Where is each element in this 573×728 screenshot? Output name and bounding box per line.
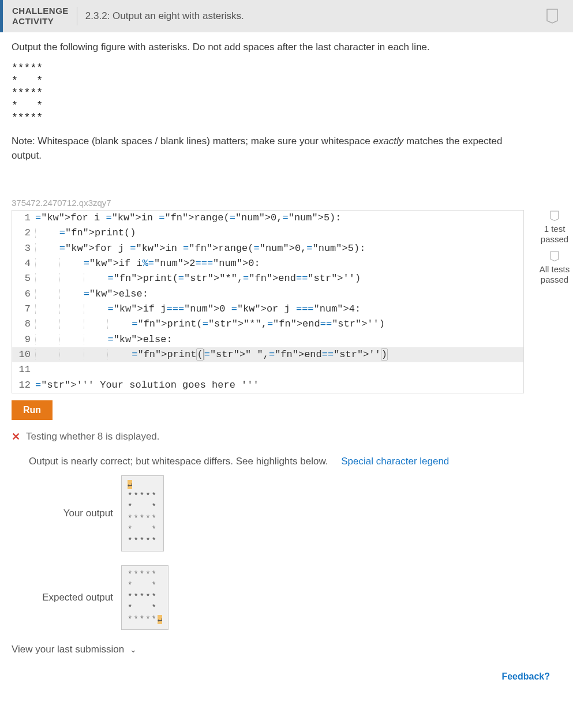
side-badges: 1 test passed All tests passed — [537, 210, 572, 291]
badge-1-test: 1 test passed — [537, 224, 572, 245]
fail-icon: ✕ — [12, 430, 20, 443]
activity-title: 2.3.2: Output an eight with asterisks. — [85, 10, 244, 22]
bookmark-icon[interactable] — [545, 8, 559, 27]
code-content[interactable]: ="str">''' Your solution goes here ''' — [35, 378, 523, 393]
test-result-msg: Testing whether 8 is displayed. — [26, 431, 160, 442]
your-output-label: Your output — [29, 508, 121, 519]
line-number: 11 — [12, 362, 35, 377]
code-editor[interactable]: 1="kw">for i ="kw">in ="fn">range(="num"… — [12, 210, 524, 393]
your-output-row: Your output ↵ ***** * * ***** * * ***** — [29, 475, 531, 551]
code-content[interactable]: ="fn">print(="str">" ",="fn">end=="str">… — [35, 347, 523, 362]
code-content[interactable]: ="kw">else: — [35, 332, 523, 347]
last-submission-label: View your last submission — [12, 644, 124, 655]
diff-message: Output is nearly correct; but whitespace… — [29, 456, 328, 467]
line-number: 8 — [12, 317, 35, 332]
code-content[interactable]: ="fn">print() — [35, 226, 523, 241]
challenge-header: CHALLENGE ACTIVITY 2.3.2: Output an eigh… — [0, 0, 573, 32]
badge-icon — [549, 210, 560, 223]
code-line[interactable]: 11 — [12, 362, 523, 377]
output-comparison: Your output ↵ ***** * * ***** * * ***** … — [29, 475, 531, 630]
code-line[interactable]: 2 ="fn">print() — [12, 226, 523, 241]
view-last-submission[interactable]: View your last submission ⌄ — [12, 644, 531, 655]
badge-all-tests: All tests passed — [537, 264, 572, 285]
challenge-label: CHALLENGE ACTIVITY — [12, 6, 69, 27]
code-line[interactable]: 12="str">''' Your solution goes here ''' — [12, 378, 523, 393]
diff-message-row: Output is nearly correct; but whitespace… — [29, 456, 531, 467]
line-number: 9 — [12, 332, 35, 347]
code-line[interactable]: 6 ="kw">else: — [12, 287, 523, 302]
line-number: 1 — [12, 211, 35, 226]
line-number: 2 — [12, 226, 35, 241]
special-char-legend-link[interactable]: Special character legend — [341, 456, 449, 467]
note-emphasis: exactly — [373, 136, 403, 147]
code-line[interactable]: 1="kw">for i ="kw">in ="fn">range(="num"… — [12, 211, 523, 226]
challenge-label-line1: CHALLENGE — [12, 6, 69, 16]
code-content[interactable] — [35, 362, 523, 377]
run-button[interactable]: Run — [12, 400, 53, 420]
line-number: 5 — [12, 271, 35, 286]
code-content[interactable]: ="kw">if i%="num">2==="num">0: — [35, 256, 523, 271]
expected-output-body: ***** * * ***** * * ***** — [128, 570, 158, 624]
note: Note: Whitespace (blank spaces / blank l… — [12, 134, 531, 163]
note-prefix: Note: Whitespace (blank spaces / blank l… — [12, 136, 373, 147]
code-line[interactable]: 8 ="fn">print(="str">"*",="fn">end=="str… — [12, 317, 523, 332]
expected-output-row: Expected output ***** * * ***** * * ****… — [29, 565, 531, 630]
expected-output-box: ***** * * ***** * * *****↵ — [121, 565, 168, 630]
code-line[interactable]: 7 ="kw">if j==="num">0 ="kw">or j ==="nu… — [12, 302, 523, 317]
code-content[interactable]: ="kw">else: — [35, 287, 523, 302]
expected-output-label: Expected output — [29, 592, 121, 603]
code-line[interactable]: 5 ="fn">print(="str">"*",="fn">end=="str… — [12, 271, 523, 286]
your-output-body: ***** * * ***** * * ***** — [128, 491, 158, 546]
line-number: 7 — [12, 302, 35, 317]
line-number: 3 — [12, 241, 35, 256]
code-content[interactable]: ="kw">for i ="kw">in ="fn">range(="num">… — [35, 211, 523, 226]
line-number: 10 — [12, 347, 35, 362]
highlight-newline: ↵ — [158, 615, 162, 624]
line-number: 12 — [12, 378, 35, 393]
chevron-down-icon: ⌄ — [130, 645, 137, 654]
highlight-newline: ↵ — [128, 480, 132, 489]
code-content[interactable]: ="kw">for j ="kw">in ="fn">range(="num">… — [35, 241, 523, 256]
code-line[interactable]: 3 ="kw">for j ="kw">in ="fn">range(="num… — [12, 241, 523, 256]
code-line[interactable]: 4 ="kw">if i%="num">2==="num">0: — [12, 256, 523, 271]
line-number: 6 — [12, 287, 35, 302]
line-number: 4 — [12, 256, 35, 271]
editor-wrap: 1="kw">for i ="kw">in ="fn">range(="num"… — [12, 210, 531, 393]
hash-id: 375472.2470712.qx3zqy7 — [12, 198, 531, 208]
your-output-box: ↵ ***** * * ***** * * ***** — [121, 475, 164, 551]
code-content[interactable]: ="kw">if j==="num">0 ="kw">or j ==="num"… — [35, 302, 523, 317]
badge-icon — [549, 250, 560, 263]
test-result-row: ✕ Testing whether 8 is displayed. — [12, 430, 531, 443]
instructions: Output the following figure with asteris… — [12, 42, 531, 53]
challenge-label-line2: ACTIVITY — [12, 16, 69, 27]
code-line[interactable]: 10 ="fn">print(="str">" ",="fn">end=="st… — [12, 347, 523, 362]
code-content[interactable]: ="fn">print(="str">"*",="fn">end=="str">… — [35, 317, 523, 332]
figure-ascii: ***** * * ***** * * ***** — [12, 62, 531, 125]
feedback-link[interactable]: Feedback? — [12, 671, 561, 682]
code-line[interactable]: 9 ="kw">else: — [12, 332, 523, 347]
divider — [77, 7, 77, 25]
code-content[interactable]: ="fn">print(="str">"*",="fn">end=="str">… — [35, 271, 523, 286]
